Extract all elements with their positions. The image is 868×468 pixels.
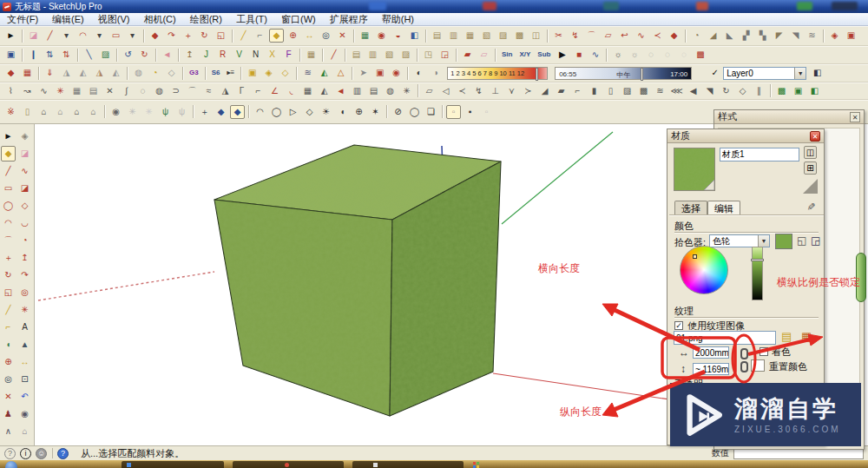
use-texture-checkbox[interactable]: ✓ xyxy=(674,321,683,330)
view-small-icon[interactable]: ▫ xyxy=(446,105,461,119)
paint-edit-icon[interactable]: ◆ xyxy=(667,29,681,43)
create-material-icon[interactable]: ⊞ xyxy=(804,161,817,175)
ghost-3-icon[interactable]: ◌ xyxy=(676,48,691,62)
sphere-b-icon[interactable]: ◍ xyxy=(383,84,398,98)
face-selected-icon[interactable]: ◆ xyxy=(230,105,245,119)
geolocation-icon[interactable]: ? xyxy=(4,448,16,459)
menu-draw[interactable]: 绘图(R) xyxy=(183,13,229,26)
s6-tool-icon[interactable]: S6 xyxy=(209,66,223,80)
look-around-icon[interactable]: ◉ xyxy=(17,406,32,422)
green-3-icon[interactable]: ◧ xyxy=(807,84,822,98)
eraser-icon[interactable]: ◪ xyxy=(26,29,41,43)
green-mesh-icon[interactable]: ▨ xyxy=(98,48,113,62)
texture-height-field[interactable]: ~ 1169mm xyxy=(693,363,729,375)
upload-f-icon[interactable]: F xyxy=(281,48,296,62)
fork-icon[interactable]: ⋎ xyxy=(504,84,519,98)
axes-center-icon[interactable]: ＋ xyxy=(197,105,212,119)
color-wheel-picker[interactable] xyxy=(693,254,697,259)
rotated-rectangle-icon[interactable]: ◪ xyxy=(17,181,32,196)
weld-icon[interactable]: ✕ xyxy=(102,84,117,98)
arrow-r-icon[interactable]: ≻ xyxy=(521,84,536,98)
wing-b-icon[interactable]: ◥ xyxy=(702,84,717,98)
corner-b-icon[interactable]: ⌐ xyxy=(251,84,266,98)
section-off-icon[interactable]: ⊘ xyxy=(391,105,405,119)
axes-icon[interactable]: ✳ xyxy=(17,302,32,318)
arc-edit-icon[interactable]: ⌒ xyxy=(584,29,599,43)
move-icon[interactable]: ＋ xyxy=(1,250,16,266)
section-plane-icon[interactable]: ⌂ xyxy=(17,424,32,439)
cube-iso-icon[interactable]: ◈ xyxy=(261,66,276,80)
crate-4-icon[interactable]: ▨ xyxy=(398,48,413,62)
poly-a-icon[interactable]: ▱ xyxy=(422,84,437,98)
tape-measure-icon[interactable]: ╱ xyxy=(1,302,16,318)
layer-combo[interactable]: Layer0 ▼ xyxy=(723,67,806,80)
sandbox-7-icon[interactable]: ◥ xyxy=(788,29,803,43)
select-bars-icon[interactable]: ▸≡ xyxy=(224,66,237,80)
view-dark-icon[interactable]: ▪ xyxy=(463,105,477,119)
rotate-icon[interactable]: ↻ xyxy=(1,267,16,283)
grass-off-icon[interactable]: ψ xyxy=(174,105,189,119)
materials-close-icon[interactable]: ✕ xyxy=(810,131,820,142)
tape-measure-icon[interactable]: ╱ xyxy=(236,29,251,43)
curve-a-icon[interactable]: ⌇ xyxy=(3,84,18,98)
cam-diamond-icon[interactable]: ◇ xyxy=(302,105,317,119)
pin-tool-icon[interactable]: ❙ xyxy=(26,48,41,62)
bend-tool-icon[interactable]: ↩ xyxy=(617,29,632,43)
menu-help[interactable]: 帮助(H) xyxy=(375,13,421,26)
tab-edit[interactable]: 编辑 xyxy=(707,201,740,214)
cam-tri-icon[interactable]: ▷ xyxy=(286,105,300,119)
soften-1-icon[interactable]: ◮ xyxy=(59,66,74,80)
scale-icon[interactable]: ◱ xyxy=(1,285,16,300)
stamp-2-icon[interactable]: ◲ xyxy=(437,48,452,62)
sandbox-4-icon[interactable]: ▞ xyxy=(739,29,753,43)
browse-texture-icon[interactable]: ▤ xyxy=(781,330,792,343)
section-ring-icon[interactable]: ◯ xyxy=(407,105,422,119)
offset-icon[interactable]: ◎ xyxy=(17,285,32,300)
reset-color-label[interactable]: 重置颜色 xyxy=(769,360,807,373)
sandbox-8-icon[interactable]: ≋ xyxy=(805,29,819,43)
wing-a-icon[interactable]: ◀ xyxy=(686,84,700,98)
hide-rest-icon[interactable]: ◉ xyxy=(108,105,123,119)
curve-b-icon[interactable]: ↝ xyxy=(20,84,35,98)
wire-cube-icon[interactable]: ◇ xyxy=(164,66,179,80)
tab-select[interactable]: 选择 xyxy=(674,201,707,214)
ghost-2-icon[interactable]: ◌ xyxy=(660,48,674,62)
layers-red-icon[interactable]: ◆ xyxy=(3,66,18,80)
pan-icon[interactable]: ↔ xyxy=(302,29,317,43)
book-icon[interactable]: ▯ xyxy=(20,105,35,119)
rect-menu-icon[interactable]: ▾ xyxy=(125,29,140,43)
warehouse-7-icon[interactable]: ◫ xyxy=(529,29,543,43)
3d-text-icon[interactable]: ▲ xyxy=(17,337,32,353)
shaded-style-icon[interactable]: ◈ xyxy=(17,129,32,144)
upload-icon[interactable]: ↥ xyxy=(182,48,197,62)
ghost-a-icon[interactable]: ✳ xyxy=(125,105,140,119)
walk-icon[interactable]: ∧ xyxy=(1,424,16,439)
flag-tool-icon[interactable]: ◄ xyxy=(160,48,174,62)
cam-sun-icon[interactable]: ☀ xyxy=(319,105,333,119)
picker-combo[interactable]: 色轮 ▼ xyxy=(709,234,770,247)
soften-4-icon[interactable]: ◭ xyxy=(108,66,123,80)
styles-close-icon[interactable]: ✕ xyxy=(850,112,860,122)
push-pull-icon[interactable]: ↥ xyxy=(17,250,32,266)
picker-dropdown-icon[interactable]: ▼ xyxy=(758,235,769,247)
upload-n-icon[interactable]: N xyxy=(248,48,263,62)
flip-red-icon[interactable]: ▰ xyxy=(460,48,475,62)
cam-star-icon[interactable]: ✶ xyxy=(368,105,383,119)
material-name-field[interactable]: 材质1 xyxy=(720,148,799,161)
line-icon[interactable]: ╱ xyxy=(43,29,57,43)
col-a-icon[interactable]: ▥ xyxy=(350,84,365,98)
angle-a-icon[interactable]: ∠ xyxy=(267,84,282,98)
arc-icon[interactable]: ◠ xyxy=(1,215,16,231)
hatch-b-icon[interactable]: ▩ xyxy=(636,84,651,98)
warehouse-1-icon[interactable]: ▤ xyxy=(430,29,444,43)
secondary-pane-corner-icon[interactable] xyxy=(803,179,818,194)
menu-camera[interactable]: 相机(C) xyxy=(136,13,182,26)
fan-b-icon[interactable]: ⋘ xyxy=(669,84,684,98)
style-mark-icon[interactable]: ※ xyxy=(3,105,18,119)
current-color-swatch[interactable] xyxy=(775,234,792,249)
paint-bucket-icon[interactable]: ◆ xyxy=(269,29,284,43)
texture-file-field[interactable]: 01.png xyxy=(674,331,776,345)
curve-tool-icon[interactable]: ∿ xyxy=(634,29,648,43)
green-2-icon[interactable]: ▣ xyxy=(791,84,806,98)
flip-pink-icon[interactable]: ▱ xyxy=(477,48,491,62)
